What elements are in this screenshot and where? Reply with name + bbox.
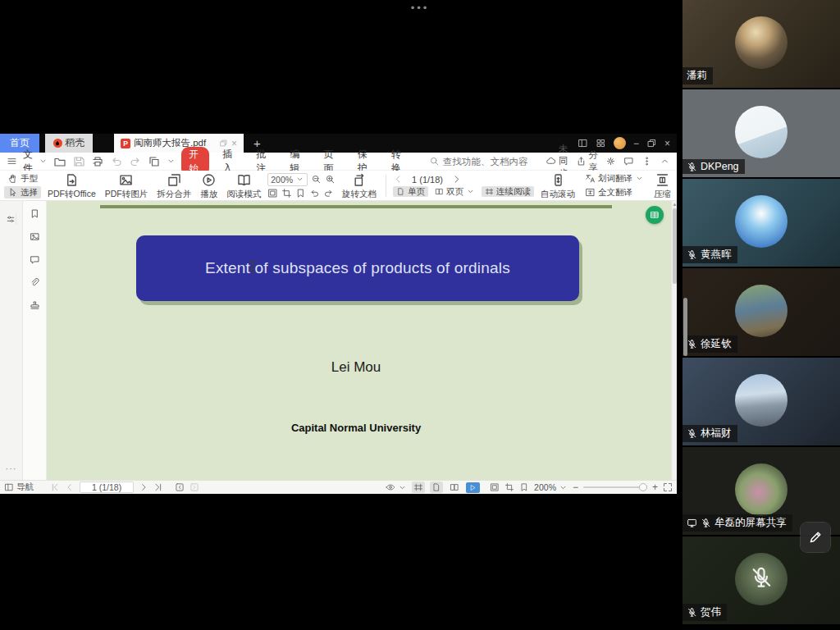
wps-window: 首页 稻壳 P 闽南师大报告.pdf × + − × [0, 134, 677, 494]
stamps-panel-icon[interactable] [30, 300, 40, 311]
fit-width-icon[interactable] [281, 188, 292, 199]
zoom-slider[interactable] [583, 486, 647, 488]
page-indicator[interactable]: 1 (1/18) [412, 175, 443, 185]
participant-tile[interactable]: 潘莉 [682, 0, 840, 88]
actual-size-icon[interactable] [295, 188, 306, 199]
undo-icon[interactable] [110, 155, 123, 168]
share-button[interactable]: 分享 [576, 149, 599, 174]
continuous-read-button[interactable]: 连续阅读 [482, 186, 534, 197]
pdf-page-view[interactable]: Extent of subspaces of products of ordin… [47, 201, 677, 480]
comment-icon[interactable] [623, 156, 634, 167]
participants-scrollbar[interactable] [683, 298, 687, 356]
fit-width-icon[interactable] [504, 482, 514, 492]
chevron-down-icon [559, 483, 568, 492]
redo-icon[interactable] [129, 155, 142, 168]
zoom-in-icon[interactable] [325, 174, 336, 185]
document-scrollbar[interactable]: ▲ [671, 201, 677, 480]
sliders-icon[interactable] [6, 214, 16, 225]
docer-logo-icon [53, 139, 62, 148]
save-icon[interactable] [72, 155, 85, 168]
avatar [735, 195, 788, 248]
single-page-button[interactable]: 单页 [393, 186, 428, 197]
first-page-icon[interactable] [50, 482, 60, 492]
print-icon[interactable] [91, 155, 104, 168]
continuous-view-toggle[interactable] [412, 482, 425, 493]
word-translate-button[interactable]: 划词翻译 [582, 172, 647, 185]
participant-name: 徐延钦 [701, 337, 732, 351]
more-vertical-icon[interactable] [641, 156, 652, 167]
fit-page-icon[interactable] [267, 188, 278, 199]
annotation-pen-button[interactable] [801, 523, 830, 552]
slideshow-play-button[interactable] [466, 482, 480, 493]
share-icon [576, 156, 587, 167]
single-page-toggle[interactable] [430, 482, 443, 493]
scroll-up-arrow[interactable]: ▲ [672, 201, 677, 208]
mic-muted-icon [687, 249, 697, 260]
participant-tile[interactable]: DKPeng [682, 89, 840, 177]
comments-panel-icon[interactable] [30, 254, 40, 265]
double-page-toggle[interactable] [448, 482, 461, 493]
participant-label: 黄燕晖 [682, 246, 737, 263]
wps-assistant-fab[interactable] [646, 206, 664, 224]
bookmarks-panel-icon[interactable] [30, 208, 40, 219]
search-input[interactable] [443, 157, 540, 167]
participant-label: 潘莉 [682, 67, 713, 84]
copy-icon[interactable] [148, 155, 161, 168]
open-icon[interactable] [53, 155, 66, 168]
auto-scroll-button[interactable]: 自动滚动 [538, 172, 578, 199]
next-page-icon[interactable] [451, 174, 462, 185]
translate-icon [585, 173, 596, 184]
rotate-doc-button[interactable]: 旋转文档 [340, 172, 379, 199]
mic-muted-icon [687, 162, 697, 172]
zoom-dropdown[interactable]: 200% [267, 173, 308, 186]
view-history-back-icon[interactable] [175, 482, 185, 492]
rotate-right-icon[interactable] [323, 188, 334, 199]
zoom-out-icon[interactable] [311, 174, 322, 185]
zoom-plus-button[interactable]: + [652, 482, 658, 493]
participant-tile[interactable]: 黄燕晖 [682, 179, 840, 267]
status-page-indicator[interactable]: 1 (1/18) [80, 482, 134, 493]
scrollbar-thumb[interactable] [673, 208, 677, 284]
table-tool-icon [650, 210, 660, 220]
split-merge-button[interactable]: 拆分合并 [154, 172, 194, 199]
settings-gear-icon[interactable] [605, 156, 616, 167]
eye-protect-button[interactable] [386, 482, 407, 492]
navigation-button[interactable]: 导航 [4, 482, 34, 493]
next-page-icon[interactable] [139, 482, 148, 492]
slide-author: Lei Mou [100, 359, 612, 376]
search-box[interactable] [429, 156, 540, 167]
play-button[interactable]: 播放 [198, 172, 220, 199]
select-tool-button[interactable]: 选择 [4, 186, 41, 199]
participant-tile[interactable]: 徐延钦 [682, 268, 840, 356]
double-page-button[interactable]: 双页 [431, 186, 478, 197]
participant-name: 贺伟 [701, 605, 721, 619]
prev-page-icon[interactable] [393, 174, 404, 185]
rail-more-button[interactable]: ··· [0, 463, 22, 473]
hand-icon [7, 173, 18, 184]
prev-page-icon[interactable] [65, 482, 75, 492]
hand-tool-button[interactable]: 手型 [4, 172, 41, 185]
full-translate-button[interactable]: 全文翻译 [582, 186, 647, 199]
rotate-left-icon[interactable] [309, 188, 320, 199]
participant-tile[interactable]: 林福财 [682, 358, 840, 445]
last-page-icon[interactable] [153, 482, 163, 492]
pdf-to-office-button[interactable]: PDF转Office [45, 172, 98, 199]
continuous-icon [413, 482, 423, 492]
read-mode-button[interactable]: 阅读模式 [224, 172, 263, 199]
compress-button[interactable]: 压缩 [651, 172, 673, 199]
fit-page-icon[interactable] [490, 482, 500, 492]
view-history-forward-icon[interactable] [189, 482, 199, 492]
bookmark-icon[interactable] [519, 482, 529, 492]
zoom-minus-button[interactable]: − [573, 482, 578, 493]
collapse-ribbon-icon[interactable] [660, 156, 670, 167]
slide-title-box: Extent of subspaces of products of ordin… [136, 235, 579, 301]
zoom-slider-knob[interactable] [639, 483, 647, 491]
chevron-down-icon[interactable] [167, 157, 176, 166]
tab-docer[interactable]: 稻壳 [45, 134, 93, 153]
status-zoom-dropdown[interactable]: 200% [534, 482, 568, 492]
pdf-to-image-button[interactable]: PDF转图片 [103, 172, 151, 199]
attachments-panel-icon[interactable] [30, 277, 40, 288]
thumbnails-panel-icon[interactable] [30, 231, 40, 242]
fullscreen-icon[interactable] [663, 482, 673, 492]
participant-tile-screen-share[interactable]: 牟磊的屏幕共享 [682, 447, 840, 535]
